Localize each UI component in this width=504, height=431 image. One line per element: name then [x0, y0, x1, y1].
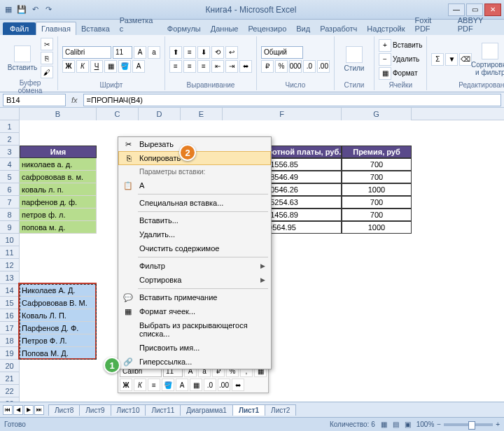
styles-button[interactable]: Стили	[339, 45, 370, 73]
row-1[interactable]: 1	[0, 120, 20, 133]
row-4[interactable]: 4	[0, 158, 20, 171]
sheet-tab-active[interactable]: Лист1	[232, 404, 265, 416]
align-mid-icon[interactable]: ≡	[183, 46, 196, 59]
ctx-comment[interactable]: 💬Вставить примечание	[118, 290, 271, 304]
name-proper-3[interactable]: Парфенов Д. Ф.	[20, 322, 97, 334]
ctx-filter[interactable]: Фильтр▶	[118, 259, 271, 273]
row-14[interactable]: 14	[0, 284, 20, 297]
bonus-4[interactable]: 700	[342, 209, 412, 221]
ctx-paste-special[interactable]: Специальная вставка...	[118, 196, 271, 210]
align-right-icon[interactable]: ≡	[197, 60, 210, 73]
bonus-3[interactable]: 700	[342, 196, 412, 209]
fx-icon[interactable]: fx	[71, 96, 78, 104]
currency-icon[interactable]: ₽	[261, 60, 274, 73]
sheet-tab[interactable]: Лист9	[79, 404, 111, 416]
row-18[interactable]: 18	[0, 334, 20, 347]
col-B[interactable]: B	[20, 108, 97, 120]
row-10[interactable]: 10	[0, 234, 20, 246]
wrap-icon[interactable]: ↩	[225, 46, 238, 59]
name-lower-3[interactable]: парфенов д. ф.	[20, 196, 97, 209]
autosum-icon[interactable]: Σ	[431, 53, 444, 66]
mini-align-icon[interactable]: ≡	[148, 379, 160, 391]
name-lower-0[interactable]: николаев а. д.	[20, 158, 97, 171]
tab-formulas[interactable]: Формулы	[162, 22, 206, 35]
row-8[interactable]: 8	[0, 209, 20, 221]
sheet-nav-last[interactable]: ⏭	[34, 405, 44, 415]
row-22[interactable]: 22	[0, 385, 20, 397]
name-lower-2[interactable]: коваль л. п.	[20, 183, 97, 196]
row-11[interactable]: 11	[0, 246, 20, 259]
dec-decimal-icon[interactable]: .00	[317, 60, 330, 73]
view-normal-icon[interactable]: ▦	[381, 421, 387, 428]
tab-developer[interactable]: Разработч	[315, 22, 362, 35]
row-20[interactable]: 20	[0, 360, 20, 372]
mini-bold-icon[interactable]: Ж	[120, 379, 132, 391]
shrink-font-icon[interactable]: a	[148, 46, 160, 59]
tab-addins[interactable]: Надстройк	[362, 22, 410, 35]
header-bonus[interactable]: Премия, руб	[342, 146, 412, 158]
col-E[interactable]: E	[181, 108, 223, 120]
clear-icon[interactable]: ⌫	[459, 53, 472, 66]
ctx-paste-option[interactable]: 📋A	[118, 178, 271, 192]
mini-fontcolor-icon[interactable]: A	[176, 379, 188, 391]
file-tab[interactable]: Файл	[3, 22, 36, 35]
sheet-nav-next[interactable]: ▶	[24, 405, 34, 415]
name-proper-4[interactable]: Петров Ф. Л.	[20, 334, 97, 347]
row-2[interactable]: 2	[0, 133, 20, 146]
name-proper-2[interactable]: Коваль Л. П.	[20, 309, 97, 322]
tab-home[interactable]: Главная	[36, 22, 76, 35]
italic-icon[interactable]: К	[76, 60, 89, 73]
fill-color-icon[interactable]: 🪣	[118, 60, 131, 73]
row-16[interactable]: 16	[0, 309, 20, 322]
sheet-nav-prev[interactable]: ◀	[13, 405, 23, 415]
indent-inc-icon[interactable]: ⇥	[225, 60, 238, 73]
formula-bar[interactable]: =ПРОПНАЧ(B4)	[83, 94, 501, 106]
orientation-icon[interactable]: ⟲	[211, 46, 224, 59]
ctx-format-cells[interactable]: ▦Формат ячеек...	[118, 304, 271, 318]
sheet-tab[interactable]: Лист2	[265, 404, 296, 416]
name-lower-4[interactable]: петров ф. л.	[20, 209, 97, 221]
mini-merge-icon[interactable]: ⬌	[232, 379, 244, 391]
tab-insert[interactable]: Вставка	[76, 22, 115, 35]
copy-icon[interactable]: ⎘	[41, 52, 53, 64]
name-lower-5[interactable]: попова м. д.	[20, 221, 97, 234]
zoom-out-icon[interactable]: −	[437, 421, 441, 428]
tab-view[interactable]: Вид	[291, 22, 315, 35]
grow-font-icon[interactable]: A	[134, 46, 146, 59]
select-all-corner[interactable]	[0, 108, 20, 120]
merge-icon[interactable]: ⬌	[239, 60, 252, 73]
percent-icon[interactable]: %	[275, 60, 288, 73]
align-left-icon[interactable]: ≡	[169, 60, 182, 73]
name-lower-1[interactable]: сафрововав в. м.	[20, 171, 97, 183]
ctx-sort[interactable]: Сортировка▶	[118, 273, 271, 287]
tab-data[interactable]: Данные	[206, 22, 244, 35]
sort-filter-button[interactable]: Сортировка и фильтр	[475, 41, 504, 78]
row-3[interactable]: 3	[0, 146, 20, 158]
mini-decinc-icon[interactable]: .0	[204, 379, 216, 391]
row-5[interactable]: 5	[0, 171, 20, 183]
font-size[interactable]	[113, 46, 132, 59]
name-proper-1[interactable]: Сафрововав В. М.	[20, 297, 97, 309]
sheet-nav-first[interactable]: ⏮	[3, 405, 13, 415]
tab-foxit[interactable]: Foxit PDF	[410, 14, 453, 35]
insert-cells-icon[interactable]: +	[379, 39, 391, 52]
sheet-tab[interactable]: Лист8	[48, 404, 80, 416]
mini-decdec-icon[interactable]: .00	[218, 379, 230, 391]
comma-icon[interactable]: 000	[289, 60, 302, 73]
align-bot-icon[interactable]: ⬇	[197, 46, 210, 59]
mini-fill-icon[interactable]: 🪣	[162, 379, 174, 391]
fill-icon[interactable]: ▼	[445, 53, 458, 66]
font-name[interactable]	[62, 46, 111, 59]
col-C[interactable]: C	[97, 108, 139, 120]
redo-icon[interactable]: ↷	[43, 4, 54, 15]
row-13[interactable]: 13	[0, 271, 20, 284]
tab-review[interactable]: Рецензиро	[243, 22, 291, 35]
bonus-0[interactable]: 700	[342, 158, 412, 171]
ctx-hyperlink[interactable]: 🔗Гиперссылка...	[118, 355, 271, 369]
border-icon[interactable]: ▦	[104, 60, 117, 73]
view-layout-icon[interactable]: ▤	[393, 421, 399, 428]
save-icon[interactable]: 💾	[16, 4, 27, 15]
indent-dec-icon[interactable]: ⇤	[211, 60, 224, 73]
underline-icon[interactable]: Ч	[90, 60, 103, 73]
align-center-icon[interactable]: ≡	[183, 60, 196, 73]
